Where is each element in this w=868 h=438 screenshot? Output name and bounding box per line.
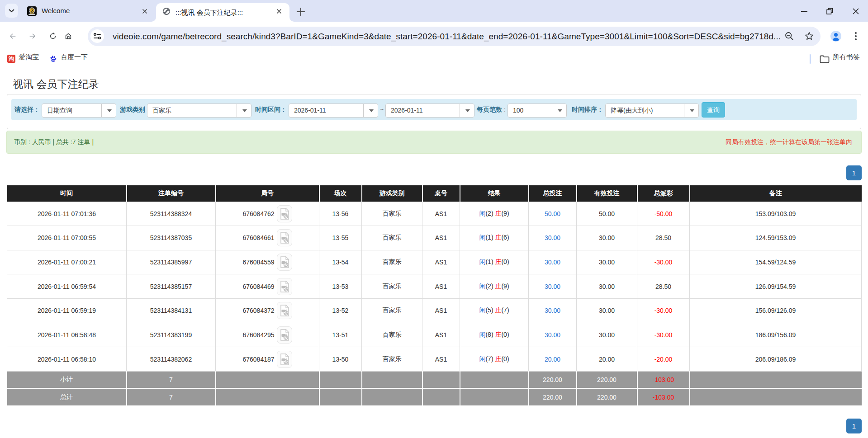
svg-text:du: du [52, 59, 55, 62]
